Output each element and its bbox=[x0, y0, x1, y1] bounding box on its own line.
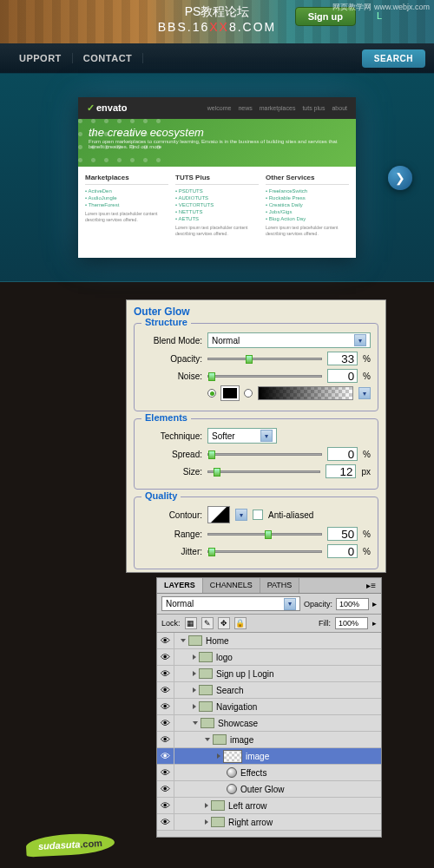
blendmode-select[interactable]: Normal▾ bbox=[207, 332, 371, 348]
lock-transparency-icon[interactable]: ▦ bbox=[185, 617, 197, 629]
visibility-icon[interactable]: 👁 bbox=[157, 798, 174, 814]
visibility-icon[interactable]: 👁 bbox=[157, 732, 174, 748]
lock-position-icon[interactable]: ✥ bbox=[218, 617, 230, 629]
folder-icon bbox=[199, 701, 213, 712]
fill-input[interactable]: 100% bbox=[335, 617, 368, 629]
column-link[interactable]: PSDTUTS bbox=[175, 188, 259, 194]
disclosure-icon[interactable] bbox=[205, 819, 208, 825]
tab-paths[interactable]: PATHS bbox=[260, 578, 300, 593]
quality-fieldset: Quality Contour: ▾ Anti-aliased Range: %… bbox=[134, 496, 378, 569]
flyout-icon[interactable]: ▸ bbox=[372, 599, 377, 608]
color-radio[interactable] bbox=[207, 389, 216, 398]
column-link[interactable]: Creattica Daily bbox=[266, 202, 349, 207]
tree-row[interactable]: 👁Home bbox=[157, 633, 381, 649]
column-link[interactable]: FreelanceSwitch bbox=[266, 188, 349, 194]
tree-row[interactable]: 👁Outer Glow bbox=[157, 781, 381, 798]
panel-title: Outer Glow bbox=[134, 306, 378, 318]
visibility-icon[interactable]: 👁 bbox=[157, 765, 174, 781]
disclosure-icon[interactable] bbox=[193, 704, 196, 709]
size-input[interactable] bbox=[326, 464, 356, 478]
column-link[interactable]: VECTORTUTS bbox=[175, 202, 259, 207]
tree-row[interactable]: 👁Search bbox=[157, 682, 381, 699]
column-link[interactable]: ActiveDen bbox=[85, 188, 168, 194]
disclosure-icon[interactable] bbox=[193, 654, 196, 660]
tree-row[interactable]: 👁Left arrow bbox=[157, 798, 381, 814]
visibility-icon[interactable]: 👁 bbox=[157, 682, 174, 699]
chevron-down-icon[interactable]: ▾ bbox=[235, 509, 247, 521]
spread-input[interactable] bbox=[327, 447, 358, 461]
disclosure-icon[interactable] bbox=[193, 721, 198, 725]
color-swatch[interactable] bbox=[221, 386, 239, 400]
nav-bar: UPPORT CONTACT SEARCH bbox=[0, 43, 434, 74]
visibility-icon[interactable]: 👁 bbox=[157, 748, 174, 765]
column-link[interactable]: Blog Action Day bbox=[266, 216, 349, 221]
tree-row[interactable]: 👁logo bbox=[157, 649, 381, 666]
noise-input[interactable] bbox=[327, 369, 358, 383]
flyout-icon[interactable]: ▸ bbox=[372, 619, 377, 628]
column-link[interactable]: NETTUTS bbox=[175, 209, 259, 214]
tree-row[interactable]: 👁image bbox=[157, 732, 381, 748]
technique-select[interactable]: Softer▾ bbox=[207, 428, 277, 444]
noise-slider[interactable] bbox=[207, 375, 322, 378]
column-link[interactable]: AUDIOTUTS bbox=[175, 195, 259, 201]
visibility-icon[interactable]: 👁 bbox=[157, 814, 174, 831]
opacity-input[interactable] bbox=[327, 352, 358, 365]
layer-name: Sign up | Login bbox=[216, 669, 274, 679]
visibility-icon[interactable]: 👁 bbox=[157, 649, 174, 666]
disclosure-icon[interactable] bbox=[181, 639, 186, 642]
jitter-input[interactable] bbox=[327, 544, 358, 558]
visibility-icon[interactable]: 👁 bbox=[157, 781, 174, 798]
column-link[interactable]: Jobs/Gigs bbox=[266, 209, 349, 214]
panel-menu-icon[interactable]: ▸≡ bbox=[361, 578, 381, 593]
chevron-down-icon[interactable]: ▾ bbox=[358, 387, 371, 399]
disclosure-icon[interactable] bbox=[205, 738, 210, 741]
visibility-icon[interactable]: 👁 bbox=[157, 666, 174, 682]
hero-subtitle: From open marketplaces to community lear… bbox=[89, 139, 345, 149]
lock-pixels-icon[interactable]: ✎ bbox=[201, 617, 214, 629]
visibility-icon[interactable]: 👁 bbox=[157, 831, 174, 832]
gradient-radio[interactable] bbox=[244, 389, 253, 398]
layer-blendmode-select[interactable]: Normal▾ bbox=[161, 596, 300, 611]
column-link[interactable]: Rockable Press bbox=[266, 195, 349, 201]
tree-row[interactable]: 👁Right arrow bbox=[157, 814, 381, 831]
disclosure-icon[interactable] bbox=[217, 753, 220, 759]
opacity-slider[interactable] bbox=[207, 358, 322, 360]
spread-slider[interactable] bbox=[207, 453, 322, 456]
layer-opacity-input[interactable]: 100% bbox=[336, 598, 369, 610]
visibility-icon[interactable]: 👁 bbox=[157, 633, 174, 649]
tree-row[interactable]: 👁Sign up | Login bbox=[157, 666, 381, 682]
column-link[interactable]: ThemeForest bbox=[85, 202, 168, 207]
range-input[interactable] bbox=[327, 527, 358, 541]
elements-legend: Elements bbox=[141, 412, 191, 423]
next-arrow-button[interactable]: ❯ bbox=[388, 166, 412, 190]
visibility-icon[interactable]: 👁 bbox=[157, 699, 174, 715]
folder-icon bbox=[188, 635, 202, 646]
column-link[interactable]: AudioJungle bbox=[85, 195, 168, 201]
column-link[interactable]: AETUTS bbox=[175, 216, 259, 221]
tree-row[interactable]: 👁Navigation bbox=[157, 699, 381, 715]
tab-layers[interactable]: LAYERS bbox=[157, 578, 203, 593]
lock-all-icon[interactable]: 🔒 bbox=[234, 617, 247, 629]
range-slider[interactable] bbox=[207, 533, 322, 536]
jitter-slider[interactable] bbox=[207, 550, 322, 553]
gradient-picker[interactable] bbox=[258, 386, 353, 400]
watermark-badge: sudasuta.com bbox=[25, 832, 115, 857]
nav-support[interactable]: UPPORT bbox=[9, 53, 73, 63]
contour-picker[interactable] bbox=[207, 506, 230, 523]
chevron-down-icon: ▾ bbox=[354, 334, 366, 346]
disclosure-icon[interactable] bbox=[193, 687, 196, 693]
size-label: Size: bbox=[141, 467, 202, 477]
tree-row[interactable]: 👁image bbox=[157, 748, 381, 765]
disclosure-icon[interactable] bbox=[193, 671, 196, 676]
disclosure-icon[interactable] bbox=[205, 803, 208, 808]
size-slider[interactable] bbox=[207, 470, 320, 473]
tree-row[interactable]: 👁Effects bbox=[157, 765, 381, 781]
tab-channels[interactable]: CHANNELS bbox=[203, 578, 260, 593]
nav-contact[interactable]: CONTACT bbox=[73, 53, 143, 63]
antialiased-checkbox[interactable] bbox=[253, 510, 263, 520]
chevron-down-icon: ▾ bbox=[260, 430, 273, 442]
search-button[interactable]: SEARCH bbox=[362, 49, 425, 68]
visibility-icon[interactable]: 👁 bbox=[157, 715, 174, 732]
tree-row[interactable]: 👁Showcase bbox=[157, 715, 381, 732]
showcase-card: envato welcomenewsmarketplacestuts plusa… bbox=[78, 97, 356, 258]
